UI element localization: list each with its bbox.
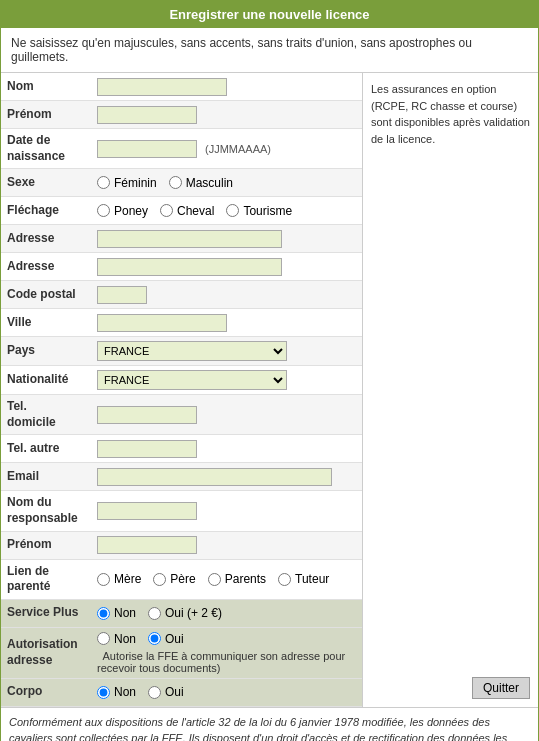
prenom-row: Prénom xyxy=(1,101,362,129)
lien-parents-option[interactable]: Parents xyxy=(208,572,266,586)
nom-label: Nom xyxy=(7,79,97,95)
corpo-row: Corpo Non Oui xyxy=(1,679,362,707)
ville-field-area xyxy=(97,314,356,332)
flechage-poney-radio[interactable] xyxy=(97,204,110,217)
dob-hint: (JJMMAAAA) xyxy=(205,143,271,155)
instructions-text: Ne saisissez qu'en majuscules, sans acce… xyxy=(11,36,472,64)
dob-row: Date de naissance (JJMMAAAA) xyxy=(1,129,362,169)
corpo-oui-radio[interactable] xyxy=(148,686,161,699)
adresse1-input[interactable] xyxy=(97,230,282,248)
service-plus-non-option[interactable]: Non xyxy=(97,606,136,620)
service-plus-non-radio[interactable] xyxy=(97,607,110,620)
corpo-non-option[interactable]: Non xyxy=(97,685,136,699)
page-title: Enregistrer une nouvelle licence xyxy=(169,7,369,22)
adresse1-row: Adresse xyxy=(1,225,362,253)
codepostal-label: Code postal xyxy=(7,287,97,303)
email-field-area xyxy=(97,468,356,486)
ville-row: Ville xyxy=(1,309,362,337)
corpo-field-area: Non Oui xyxy=(97,685,356,699)
lien-pere-radio[interactable] xyxy=(153,573,166,586)
service-plus-label: Service Plus xyxy=(7,605,97,621)
sexe-masculin-option[interactable]: Masculin xyxy=(169,176,233,190)
nationalite-select[interactable]: FRANCE xyxy=(97,370,287,390)
adresse2-label: Adresse xyxy=(7,259,97,275)
autorisation-field-area: Non Oui Autorise la FFE à communiquer so… xyxy=(97,632,356,674)
email-label: Email xyxy=(7,469,97,485)
flechage-poney-option[interactable]: Poney xyxy=(97,204,148,218)
tel-domicile-label: Tel.domicile xyxy=(7,399,97,430)
tel-autre-label: Tel. autre xyxy=(7,441,97,457)
ville-label: Ville xyxy=(7,315,97,331)
email-row: Email xyxy=(1,463,362,491)
flechage-cheval-radio[interactable] xyxy=(160,204,173,217)
prenom-input[interactable] xyxy=(97,106,197,124)
prenom-resp-label: Prénom xyxy=(7,537,97,553)
corpo-non-radio[interactable] xyxy=(97,686,110,699)
corpo-oui-option[interactable]: Oui xyxy=(148,685,184,699)
nationalite-field-area: FRANCE xyxy=(97,370,356,390)
codepostal-row: Code postal xyxy=(1,281,362,309)
lien-parents-radio[interactable] xyxy=(208,573,221,586)
lien-mere-radio[interactable] xyxy=(97,573,110,586)
prenom-resp-input[interactable] xyxy=(97,536,197,554)
prenom-resp-row: Prénom xyxy=(1,532,362,560)
corpo-label: Corpo xyxy=(7,684,97,700)
adresse1-label: Adresse xyxy=(7,231,97,247)
email-input[interactable] xyxy=(97,468,332,486)
nom-input[interactable] xyxy=(97,78,227,96)
nom-resp-field-area xyxy=(97,502,356,520)
service-plus-oui-option[interactable]: Oui (+ 2 €) xyxy=(148,606,222,620)
lien-mere-option[interactable]: Mère xyxy=(97,572,141,586)
dob-input[interactable] xyxy=(97,140,197,158)
tel-autre-field-area xyxy=(97,440,356,458)
sexe-feminin-option[interactable]: Féminin xyxy=(97,176,157,190)
autorisation-label: Autorisation adresse xyxy=(7,637,97,668)
codepostal-input[interactable] xyxy=(97,286,147,304)
flechage-tourisme-option[interactable]: Tourisme xyxy=(226,204,292,218)
sexe-masculin-radio[interactable] xyxy=(169,176,182,189)
nom-resp-row: Nom duresponsable xyxy=(1,491,362,531)
lien-field-area: Mère Père Parents Tuteur xyxy=(97,572,356,586)
lien-tuteur-radio[interactable] xyxy=(278,573,291,586)
prenom-label: Prénom xyxy=(7,107,97,123)
nom-field-area xyxy=(97,78,356,96)
page-header: Enregistrer une nouvelle licence xyxy=(1,1,538,28)
flechage-cheval-option[interactable]: Cheval xyxy=(160,204,214,218)
tel-autre-input[interactable] xyxy=(97,440,197,458)
nationalite-label: Nationalité xyxy=(7,372,97,388)
lien-pere-option[interactable]: Père xyxy=(153,572,195,586)
quit-button[interactable]: Quitter xyxy=(472,677,530,699)
autorisation-oui-option[interactable]: Oui xyxy=(148,632,184,646)
adresse1-field-area xyxy=(97,230,356,248)
tel-domicile-input[interactable] xyxy=(97,406,197,424)
footer-note: Conformément aux dispositions de l'artic… xyxy=(1,707,538,741)
flechage-row: Fléchage Poney Cheval Tourisme xyxy=(1,197,362,225)
autorisation-non-radio[interactable] xyxy=(97,632,110,645)
sexe-row: Sexe Féminin Masculin xyxy=(1,169,362,197)
pays-select[interactable]: FRANCE xyxy=(97,341,287,361)
sidebar: Les assurances en option (RCPE, RC chass… xyxy=(363,73,538,707)
nationalite-row: Nationalité FRANCE xyxy=(1,366,362,395)
adresse2-field-area xyxy=(97,258,356,276)
prenom-field-area xyxy=(97,106,356,124)
nom-row: Nom xyxy=(1,73,362,101)
flechage-field-area: Poney Cheval Tourisme xyxy=(97,204,356,218)
autorisation-non-option[interactable]: Non xyxy=(97,632,136,646)
nom-resp-label: Nom duresponsable xyxy=(7,495,97,526)
flechage-tourisme-radio[interactable] xyxy=(226,204,239,217)
pays-label: Pays xyxy=(7,343,97,359)
adresse2-input[interactable] xyxy=(97,258,282,276)
dob-field-area: (JJMMAAAA) xyxy=(97,140,356,158)
lien-tuteur-option[interactable]: Tuteur xyxy=(278,572,329,586)
top-instructions: Ne saisissez qu'en majuscules, sans acce… xyxy=(1,28,538,73)
nom-resp-input[interactable] xyxy=(97,502,197,520)
lien-label: Lien deparenté xyxy=(7,564,97,595)
autorisation-oui-radio[interactable] xyxy=(148,632,161,645)
ville-input[interactable] xyxy=(97,314,227,332)
dob-label: Date de naissance xyxy=(7,133,97,164)
service-plus-row: Service Plus Non Oui (+ 2 €) xyxy=(1,600,362,628)
pays-row: Pays FRANCE xyxy=(1,337,362,366)
sidebar-text: Les assurances en option (RCPE, RC chass… xyxy=(371,81,530,147)
sexe-feminin-radio[interactable] xyxy=(97,176,110,189)
service-plus-oui-radio[interactable] xyxy=(148,607,161,620)
